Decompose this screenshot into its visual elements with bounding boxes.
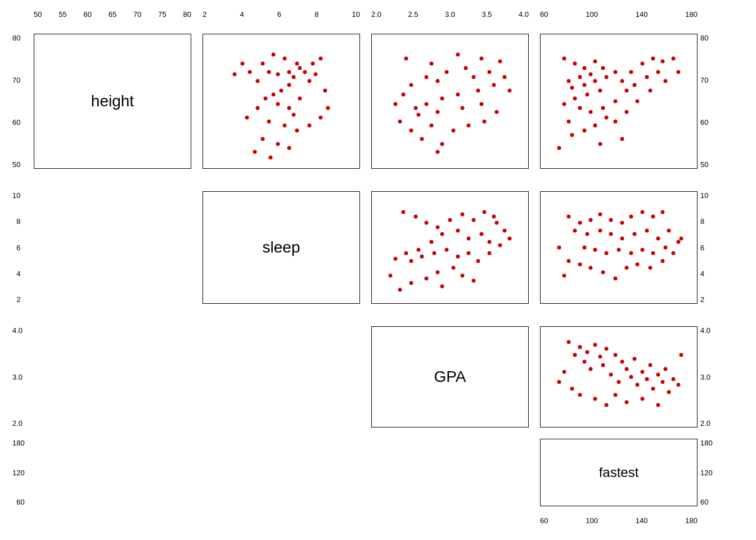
panel-fastest-label: fastest — [540, 439, 698, 506]
gpa-label: GPA — [434, 368, 466, 386]
right-axis-row0: 80706050 — [700, 34, 708, 169]
top-axis-fastest: 60100140180 — [540, 10, 698, 19]
top-axis-gpa: 2.02.53.03.54.0 — [371, 10, 529, 19]
panel-gpa-fastest — [540, 326, 698, 428]
top-axis-sleep: 246810 — [202, 10, 360, 19]
bottom-axis-fastest: 60100140180 — [540, 516, 698, 525]
height-label: height — [91, 92, 134, 110]
panel-height-sleep — [202, 34, 360, 169]
panel-sleep-gpa — [371, 191, 529, 304]
panel-sleep-label: sleep — [202, 191, 360, 304]
right-axis-row3: 18012060 — [700, 439, 713, 506]
panel-gpa-label: GPA — [371, 326, 529, 428]
panel-height-gpa — [371, 34, 529, 169]
fastest-label: fastest — [599, 465, 639, 480]
chart-area: 50556065707580 246810 2.02.53.03.54.0 60… — [34, 22, 720, 518]
right-axis-row2: 4.03.02.0 — [700, 326, 710, 428]
panel-sleep-fastest — [540, 191, 698, 304]
panel-height-label: height — [34, 34, 191, 169]
left-axis-height: 80706050 — [12, 34, 20, 169]
top-axis-height: 50556065707580 — [34, 10, 191, 19]
left-axis-gpa: 4.03.02.0 — [12, 326, 22, 428]
sleep-label: sleep — [263, 238, 300, 256]
left-axis-sleep: 108642 — [12, 191, 20, 304]
right-axis-row1: 108642 — [700, 191, 708, 304]
left-axis-fastest: 18012060 — [12, 439, 25, 506]
panel-height-fastest — [540, 34, 698, 169]
